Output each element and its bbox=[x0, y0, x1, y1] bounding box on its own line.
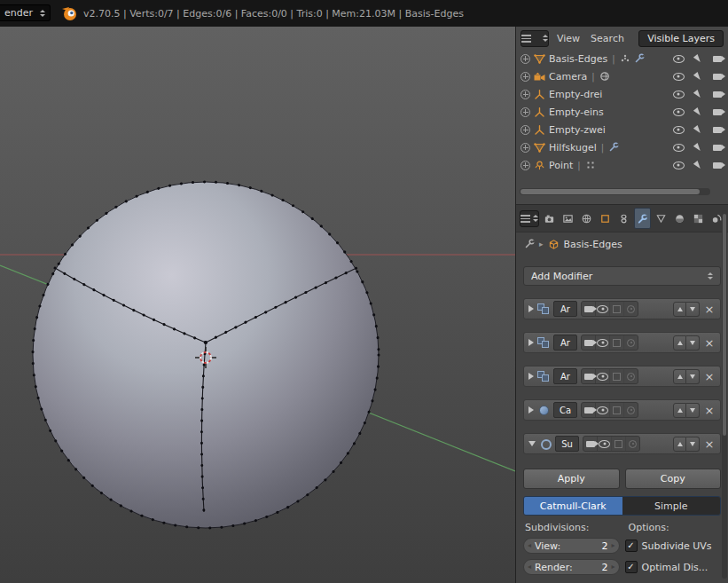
move-up-button[interactable] bbox=[673, 302, 686, 317]
render-subdivisions-stepper[interactable]: ◂ Render: 2 ▸ bbox=[523, 559, 620, 575]
renderability-camera-icon[interactable] bbox=[710, 52, 724, 65]
selectability-cursor-icon[interactable] bbox=[691, 52, 705, 65]
scrollbar-thumb[interactable] bbox=[723, 214, 726, 436]
renderability-camera-icon[interactable] bbox=[710, 70, 724, 83]
delete-modifier-button[interactable]: × bbox=[703, 303, 716, 315]
renderability-camera-icon[interactable] bbox=[710, 123, 724, 136]
editor-type-button[interactable] bbox=[521, 30, 549, 47]
tab-material[interactable] bbox=[671, 208, 688, 229]
expand-arrow-icon[interactable] bbox=[528, 373, 534, 380]
expand-arrow-icon[interactable] bbox=[528, 339, 534, 346]
visibility-eye-icon[interactable] bbox=[671, 106, 685, 118]
outliner-row-camera[interactable]: Camera | bbox=[516, 67, 728, 85]
cage-toggle-icon[interactable] bbox=[623, 302, 638, 316]
collapse-arrow-icon[interactable] bbox=[528, 441, 536, 446]
stepper-right-arrow-icon[interactable]: ▸ bbox=[611, 563, 614, 571]
modifier-header-cast[interactable]: Ca × bbox=[523, 399, 721, 421]
object-name[interactable]: Hilfskugel bbox=[549, 142, 597, 154]
editmode-toggle-icon[interactable] bbox=[609, 403, 623, 417]
object-name[interactable]: Empty-zwei bbox=[549, 124, 606, 136]
viewport-toggle-eye-icon[interactable] bbox=[595, 335, 609, 350]
optimal-display-option[interactable]: ✓ Optimal Dis... bbox=[625, 559, 722, 575]
editmode-toggle-icon[interactable] bbox=[609, 369, 623, 383]
sphere-object[interactable] bbox=[33, 182, 379, 528]
object-name[interactable]: Camera bbox=[549, 71, 587, 83]
menu-search[interactable]: Search bbox=[588, 31, 627, 46]
outliner-horizontal-scrollbar[interactable] bbox=[520, 188, 710, 195]
cage-toggle-icon[interactable] bbox=[623, 335, 638, 350]
object-name[interactable]: Point bbox=[549, 160, 573, 171]
apply-button[interactable]: Apply bbox=[523, 469, 620, 489]
viewport-3d[interactable] bbox=[0, 27, 515, 583]
outliner-row-basis-edges[interactable]: Basis-Edges | bbox=[516, 50, 728, 67]
modifier-name-field[interactable]: Su bbox=[555, 436, 579, 452]
stepper-left-arrow-icon[interactable]: ◂ bbox=[528, 563, 531, 571]
render-engine-dropdown[interactable]: ender bbox=[0, 4, 51, 21]
menu-view[interactable]: View bbox=[554, 31, 583, 46]
selectability-cursor-icon[interactable] bbox=[691, 70, 705, 83]
move-up-button[interactable] bbox=[673, 369, 686, 384]
delete-modifier-button[interactable]: × bbox=[703, 405, 716, 416]
editmode-toggle-icon[interactable] bbox=[609, 302, 623, 316]
modifier-name-field[interactable]: Ca bbox=[553, 402, 577, 418]
outliner-row-empty-eins[interactable]: Empty-eins bbox=[516, 103, 728, 121]
modifier-header-subsurf[interactable]: Su × bbox=[523, 433, 721, 454]
stepper-left-arrow-icon[interactable]: ◂ bbox=[528, 541, 531, 549]
expand-icon[interactable] bbox=[521, 161, 530, 170]
render-toggle-camera-icon[interactable] bbox=[583, 437, 597, 451]
add-modifier-dropdown[interactable]: Add Modifier bbox=[523, 266, 721, 286]
renderability-camera-icon[interactable] bbox=[710, 106, 724, 118]
cage-toggle-icon[interactable] bbox=[623, 403, 638, 417]
modifier-header-array-3[interactable]: Ar × bbox=[523, 366, 721, 387]
outliner-row-hilfskugel[interactable]: Hilfskugel | bbox=[516, 138, 728, 156]
expand-icon[interactable] bbox=[521, 143, 530, 153]
modifier-header-array-1[interactable]: Ar × bbox=[523, 298, 721, 319]
viewport-toggle-eye-icon[interactable] bbox=[595, 369, 609, 383]
render-toggle-camera-icon[interactable] bbox=[582, 335, 595, 350]
outliner-row-empty-drei[interactable]: Empty-drei bbox=[516, 85, 728, 103]
visibility-eye-icon[interactable] bbox=[671, 52, 685, 65]
editor-type-button[interactable] bbox=[520, 210, 539, 227]
visibility-eye-icon[interactable] bbox=[671, 88, 685, 100]
move-up-button[interactable] bbox=[673, 403, 686, 418]
cage-toggle-icon[interactable] bbox=[623, 369, 638, 383]
scrollbar-thumb[interactable] bbox=[521, 189, 700, 194]
subdivide-uvs-option[interactable]: ✓ Subdivide UVs bbox=[625, 538, 722, 554]
tab-render[interactable] bbox=[541, 208, 558, 229]
viewport-toggle-eye-icon[interactable] bbox=[595, 302, 609, 316]
selectability-cursor-icon[interactable] bbox=[691, 88, 705, 100]
modifier-name-field[interactable]: Ar bbox=[553, 301, 577, 317]
visibility-eye-icon[interactable] bbox=[671, 123, 685, 136]
visibility-eye-icon[interactable] bbox=[671, 141, 685, 154]
expand-icon[interactable] bbox=[521, 72, 530, 82]
stepper-right-arrow-icon[interactable]: ▸ bbox=[611, 541, 614, 549]
expand-icon[interactable] bbox=[521, 54, 530, 64]
editmode-toggle-icon[interactable] bbox=[609, 335, 623, 350]
visibility-eye-icon[interactable] bbox=[671, 159, 685, 171]
render-toggle-camera-icon[interactable] bbox=[582, 403, 595, 417]
modifier-name-field[interactable]: Ar bbox=[553, 335, 577, 351]
render-toggle-camera-icon[interactable] bbox=[582, 302, 595, 316]
selectability-cursor-icon[interactable] bbox=[691, 159, 705, 171]
expand-icon[interactable] bbox=[521, 90, 530, 99]
move-down-button[interactable] bbox=[686, 302, 700, 317]
tab-object[interactable] bbox=[597, 208, 614, 229]
expand-icon[interactable] bbox=[521, 107, 530, 117]
renderability-camera-icon[interactable] bbox=[710, 141, 724, 154]
tab-constraints[interactable] bbox=[615, 208, 632, 229]
move-down-button[interactable] bbox=[686, 369, 700, 384]
viewport-toggle-eye-icon[interactable] bbox=[595, 403, 609, 417]
render-toggle-camera-icon[interactable] bbox=[582, 369, 595, 383]
expand-icon[interactable] bbox=[521, 125, 530, 135]
visibility-eye-icon[interactable] bbox=[671, 70, 685, 83]
viewport-canvas[interactable] bbox=[0, 27, 515, 583]
tab-scene[interactable] bbox=[560, 208, 576, 229]
delete-modifier-button[interactable]: × bbox=[703, 337, 716, 349]
breadcrumb-object-name[interactable]: Basis-Edges bbox=[564, 239, 622, 250]
display-filter-dropdown[interactable]: Visible Layers bbox=[638, 30, 724, 47]
outliner-row-empty-zwei[interactable]: Empty-zwei bbox=[516, 121, 728, 138]
delete-modifier-button[interactable]: × bbox=[703, 438, 716, 450]
checkbox-checked-icon[interactable]: ✓ bbox=[625, 540, 638, 552]
checkbox-checked-icon[interactable]: ✓ bbox=[625, 561, 638, 573]
modifier-header-array-2[interactable]: Ar × bbox=[523, 332, 721, 353]
